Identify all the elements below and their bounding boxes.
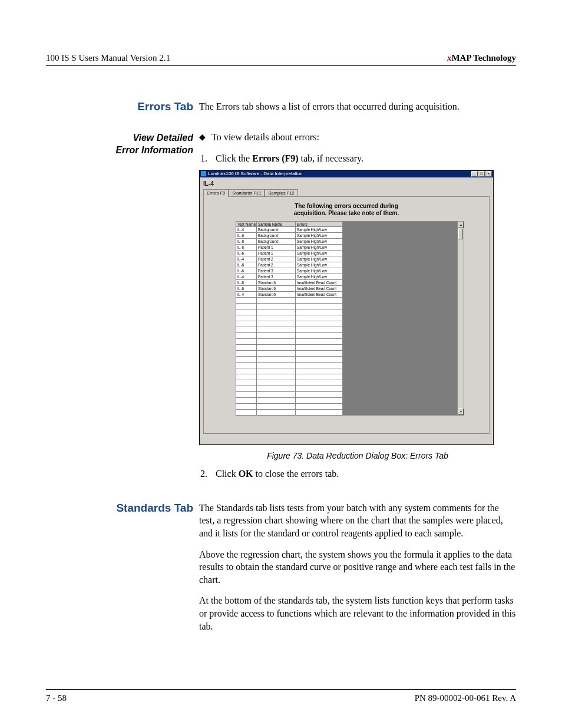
table-cell: [257, 398, 296, 404]
table-cell: [296, 304, 343, 309]
table-cell: IL-8: [236, 239, 257, 245]
panel-h-l1: The following errors occurred during: [295, 203, 398, 209]
side-h-l1: View Detailed: [133, 133, 193, 143]
table-cell: IL-6: [236, 286, 257, 292]
table-cell: IL-4: [236, 274, 257, 280]
table-cell: [257, 309, 296, 315]
close-button[interactable]: ×: [485, 171, 492, 177]
table-cell: Patient 1: [257, 245, 296, 251]
table-cell: Patient 1: [257, 251, 296, 256]
table-cell: [296, 309, 343, 315]
step-2-num: 2.: [199, 469, 207, 479]
table-cell: [296, 368, 343, 374]
table-cell: [257, 410, 296, 416]
table-cell: Insufficient Bead Count: [296, 280, 343, 286]
table-cell: [296, 380, 343, 386]
table-cell: Standard6: [257, 292, 296, 298]
table-cell: [236, 374, 257, 380]
table-cell: [236, 404, 257, 410]
table-cell: IL-6: [236, 268, 257, 274]
table-cell: Sample High/Low: [296, 245, 343, 251]
tab-errors[interactable]: Errors F9: [203, 189, 229, 197]
step1-c: tab, if necessary.: [299, 153, 363, 163]
table-cell: Sample High/Low: [296, 239, 343, 245]
scroll-up-icon[interactable]: ▴: [458, 222, 464, 228]
view-detailed-heading: View Detailed Error Information: [46, 132, 193, 157]
table-cell: [257, 357, 296, 363]
tabbar: Errors F9 Standards F11 Samples F12: [203, 189, 490, 197]
table-cell: [296, 298, 343, 304]
side-h-l2: Error Information: [115, 145, 193, 155]
table-cell: Background: [257, 227, 296, 233]
table-cell: [236, 304, 257, 309]
table-cell: [236, 351, 257, 357]
footer-left: 7 - 58: [46, 693, 67, 703]
table-cell: [236, 357, 257, 363]
table-cell: [236, 309, 257, 315]
table-cell: IL-8: [236, 262, 257, 268]
app-icon: [201, 171, 206, 176]
table-cell: IL-8: [236, 245, 257, 251]
scroll-thumb[interactable]: [458, 229, 463, 239]
table-cell: [296, 404, 343, 410]
minimize-button[interactable]: _: [471, 171, 478, 177]
standards-p2: Above the regression chart, the system s…: [199, 548, 516, 587]
assay-label: IL-4: [203, 180, 490, 187]
errors-tab-heading: Errors Tab: [46, 100, 193, 113]
scroll-down-icon[interactable]: ▾: [458, 409, 464, 415]
column-header: Sample Name: [257, 221, 296, 227]
tab-standards[interactable]: Standards F11: [229, 189, 265, 196]
step-2: 2. Click OK to close the errors tab.: [199, 469, 516, 479]
table-cell: Patient 3: [257, 268, 296, 274]
table-cell: [257, 374, 296, 380]
table-cell: Insufficient Bead Count: [296, 286, 343, 292]
page-footer: 7 - 58 PN 89-00002-00-061 Rev. A: [46, 689, 516, 703]
table-cell: [236, 333, 257, 339]
column-header: Test Name: [236, 221, 257, 227]
table-cell: Sample High/Low: [296, 227, 343, 233]
step-1: 1. Click the Errors (F9) tab, if necessa…: [199, 153, 516, 164]
standards-tab-heading: Standards Tab: [46, 502, 193, 515]
table-cell: [257, 333, 296, 339]
table-cell: Insufficient Bead Count: [296, 292, 343, 298]
table-cell: Sample High/Low: [296, 233, 343, 239]
table-cell: [236, 339, 257, 345]
table-cell: [257, 351, 296, 357]
table-cell: [236, 363, 257, 368]
app-window: Luminex100 IS Software - Data Interpreta…: [199, 170, 494, 445]
table-cell: Patient 2: [257, 256, 296, 262]
column-header: Errors: [296, 221, 343, 227]
errors-grid: Test NameIL-4IL-6IL-8IL-8IL-6IL-4IL-8IL-…: [236, 221, 464, 416]
table-cell: [257, 404, 296, 410]
table-cell: [236, 298, 257, 304]
standards-p1: The Standards tab lists tests from your …: [199, 502, 516, 540]
table-cell: [296, 398, 343, 404]
tab-samples[interactable]: Samples F12: [265, 189, 297, 196]
table-cell: [257, 363, 296, 368]
table-cell: [296, 351, 343, 357]
standards-p3: At the bottom of the standards tab, the …: [199, 594, 516, 633]
table-cell: IL-6: [236, 251, 257, 256]
table-cell: Sample High/Low: [296, 251, 343, 256]
table-cell: [236, 392, 257, 398]
window-title: Luminex100 IS Software - Data Interpreta…: [208, 171, 303, 176]
table-cell: [257, 315, 296, 321]
bullet-row: ◆ To view details about errors:: [199, 132, 516, 143]
table-cell: IL-8: [236, 280, 257, 286]
table-cell: [257, 368, 296, 374]
step1-a: Click the: [216, 153, 252, 163]
table-cell: [257, 392, 296, 398]
header-rest: MAP Technology: [451, 53, 516, 62]
table-cell: Patient 3: [257, 274, 296, 280]
bullet-text: To view details about errors:: [211, 132, 319, 143]
table-cell: [257, 380, 296, 386]
table-cell: [236, 321, 257, 327]
step-1-text: Click the Errors (F9) tab, if necessary.: [216, 153, 363, 164]
errors-intro: The Errors tab shows a list of errors th…: [199, 100, 516, 113]
table-cell: Background: [257, 239, 296, 245]
titlebar: Luminex100 IS Software - Data Interpreta…: [200, 170, 493, 177]
scrollbar[interactable]: ▴ ▾: [457, 222, 464, 415]
maximize-button[interactable]: □: [478, 171, 485, 177]
table-cell: [296, 357, 343, 363]
table-cell: [296, 392, 343, 398]
